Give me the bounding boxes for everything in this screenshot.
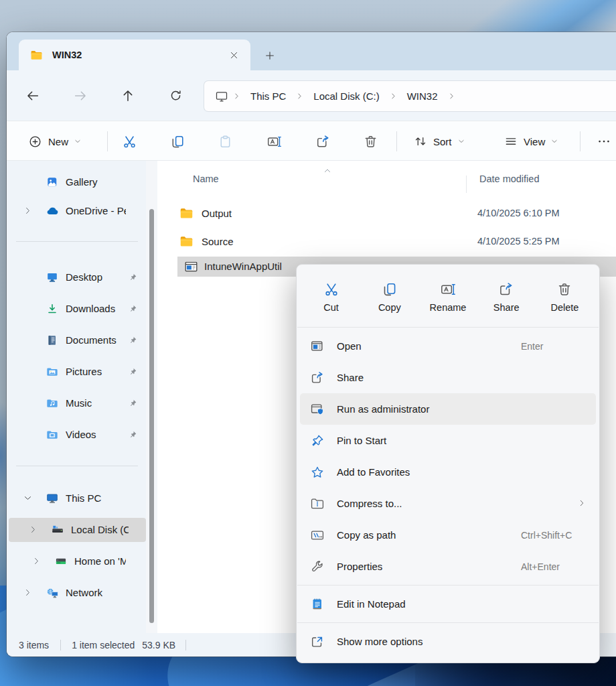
wrench-icon: [309, 559, 325, 574]
sidebar-item-this-pc[interactable]: This PC: [12, 486, 143, 510]
new-button[interactable]: New: [20, 129, 89, 154]
tab-close-button[interactable]: [225, 46, 242, 64]
quick-action-label: Cut: [323, 302, 339, 313]
breadcrumb-win32[interactable]: WIN32: [402, 88, 443, 105]
sidebar-scrollbar-thumb[interactable]: [149, 209, 154, 623]
pin-icon: [129, 367, 137, 376]
address-bar[interactable]: This PC Local Disk (C:) WIN32: [204, 81, 616, 111]
sidebar-item-onedrive[interactable]: OneDrive - Perso: [12, 199, 143, 223]
delete-button[interactable]: [357, 129, 384, 154]
menu-item-label: Show more options: [337, 636, 521, 647]
refresh-button[interactable]: [163, 83, 188, 108]
sidebar-item-documents[interactable]: Documents: [12, 328, 143, 352]
cut-button[interactable]: [116, 129, 143, 154]
chevron-right-icon[interactable]: [32, 557, 41, 565]
explorer-tab[interactable]: WIN32: [19, 40, 250, 70]
menu-item-properties[interactable]: Properties Alt+Enter: [300, 551, 596, 582]
menu-item-copy-as-path[interactable]: Copy as path Ctrl+Shift+C: [300, 519, 596, 551]
menu-item-edit-in-notepad[interactable]: Edit in Notepad: [300, 588, 596, 620]
app-window-icon: [184, 260, 198, 274]
sort-ascending-icon[interactable]: [323, 166, 331, 177]
sidebar-item-label: Pictures: [66, 360, 126, 384]
menu-item-run-as-administrator[interactable]: Run as administrator: [300, 393, 596, 425]
copy-as-path-icon: [309, 528, 325, 543]
chevron-down-icon: [551, 138, 558, 145]
sidebar-item-downloads[interactable]: Downloads: [12, 297, 143, 321]
sidebar-scrollbar-track[interactable]: [146, 161, 157, 633]
file-name: IntuneWinAppUtil: [204, 257, 282, 277]
chevron-right-icon[interactable]: [23, 588, 32, 597]
column-header-name[interactable]: Name: [193, 174, 219, 184]
sidebar-item-network[interactable]: Network: [12, 581, 143, 605]
breadcrumb-chevron-icon[interactable]: [385, 92, 402, 100]
sidebar-item-local-disk[interactable]: Local Disk (C:): [9, 518, 146, 542]
chevron-right-icon[interactable]: [29, 525, 37, 534]
forward-icon: [73, 88, 88, 103]
quick-action-copy[interactable]: Copy: [360, 269, 418, 324]
menu-separator: [297, 327, 599, 328]
desktop-icon: [46, 271, 59, 287]
quick-action-rename[interactable]: Rename: [418, 269, 477, 324]
delete-icon: [556, 281, 572, 297]
sidebar-item-music[interactable]: Music: [12, 391, 143, 415]
view-button-label: View: [524, 136, 545, 147]
more-options-button[interactable]: [591, 129, 616, 154]
network-icon: [46, 586, 60, 603]
paste-button[interactable]: [212, 129, 238, 154]
copy-button[interactable]: [164, 129, 191, 154]
up-button[interactable]: [115, 83, 140, 108]
quick-action-label: Share: [493, 302, 520, 313]
breadcrumb-chevron-icon[interactable]: [228, 92, 245, 100]
sidebar-item-pictures[interactable]: Pictures: [12, 360, 143, 384]
sidebar-item-videos[interactable]: Videos: [12, 423, 143, 447]
folder-icon: [179, 206, 194, 220]
file-date: 4/10/2025 6:10 PM: [477, 201, 560, 226]
menu-item-pin-to-start[interactable]: Pin to Start: [300, 425, 596, 456]
sidebar-item-label: Network: [66, 581, 126, 605]
menu-item-add-to-favorites[interactable]: Add to Favorites: [300, 456, 596, 488]
menu-item-compress-to[interactable]: Compress to...: [300, 488, 596, 519]
sidebar-item-label: Videos: [66, 423, 126, 447]
sidebar-item-label: Downloads: [66, 297, 126, 321]
sidebar-item-label: Gallery: [66, 170, 126, 194]
menu-item-shortcut: Enter: [521, 341, 596, 352]
breadcrumb-local-disk[interactable]: Local Disk (C:): [308, 88, 384, 105]
chevron-right-icon[interactable]: [23, 206, 32, 215]
menu-item-open[interactable]: Open Enter: [300, 330, 596, 362]
rename-button[interactable]: [260, 129, 287, 154]
file-row-output[interactable]: Output 4/10/2025 6:10 PM: [157, 201, 616, 226]
view-button[interactable]: View: [497, 129, 564, 154]
forward-button[interactable]: [68, 83, 92, 108]
open-icon: [309, 339, 325, 354]
server-icon: [54, 555, 68, 571]
close-icon: [229, 50, 239, 60]
back-button[interactable]: [20, 83, 45, 108]
sidebar-item-label: This PC: [66, 486, 126, 510]
quick-action-delete[interactable]: Delete: [536, 269, 594, 324]
menu-item-share[interactable]: Share: [300, 362, 596, 393]
file-row-source[interactable]: Source 4/10/2025 5:25 PM: [157, 229, 616, 254]
sort-button[interactable]: Sort: [407, 129, 471, 154]
quick-action-cut[interactable]: Cut: [302, 269, 360, 324]
notepad-icon: [309, 597, 325, 612]
quick-action-share[interactable]: Share: [477, 269, 536, 324]
delete-icon: [363, 134, 378, 149]
paste-icon: [218, 134, 233, 149]
sidebar-item-label: Music: [66, 391, 126, 415]
sidebar-item-gallery[interactable]: Gallery: [12, 170, 143, 194]
column-divider[interactable]: [466, 176, 467, 193]
breadcrumb-chevron-icon[interactable]: [291, 92, 308, 100]
pictures-icon: [46, 365, 59, 381]
this-pc-icon: [46, 492, 59, 508]
share-button[interactable]: [309, 129, 336, 154]
sidebar-item-home-server[interactable]: Home on 'Mac: [12, 549, 143, 573]
breadcrumb-this-pc[interactable]: This PC: [245, 88, 291, 105]
tab-folder-icon: [30, 49, 43, 62]
refresh-icon: [169, 88, 183, 102]
new-tab-button[interactable]: [260, 46, 280, 65]
breadcrumb-chevron-icon[interactable]: [443, 92, 460, 100]
menu-item-show-more-options[interactable]: Show more options: [300, 626, 596, 657]
chevron-down-icon[interactable]: [23, 494, 32, 502]
sidebar-item-desktop[interactable]: Desktop: [12, 265, 143, 289]
column-header-date-modified[interactable]: Date modified: [479, 174, 539, 184]
